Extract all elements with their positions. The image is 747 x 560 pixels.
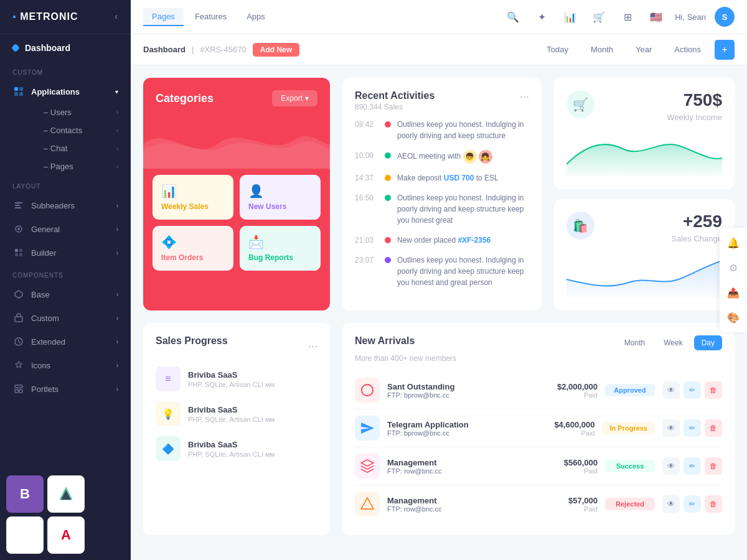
- subheaders-arrow: ›: [116, 202, 118, 209]
- sidebar-item-icons[interactable]: Icons ›: [0, 353, 131, 377]
- sidebar-collapse-btn[interactable]: ‹: [115, 11, 118, 21]
- arrivals-tab-week[interactable]: Week: [656, 335, 690, 350]
- share-icon-btn[interactable]: ✦: [532, 7, 552, 27]
- sidebar-item-chat[interactable]: – Chat ›: [31, 139, 131, 157]
- arrival-ftp-2: FTP: row@bnc.cc: [387, 467, 534, 475]
- nav-link-pages[interactable]: Pages: [143, 8, 184, 26]
- arrival-row-2: Management FTP: row@bnc.cc $560,000 Paid…: [355, 447, 722, 485]
- arrival-action-delete-3[interactable]: 🗑: [705, 495, 722, 513]
- deposit-link[interactable]: USD 700: [444, 174, 474, 182]
- arrival-price-3: $57,000 Paid: [542, 496, 598, 513]
- progress-icon-2: 🔷: [156, 436, 181, 461]
- sidebar-item-pages[interactable]: – Pages ›: [31, 157, 131, 175]
- act-dot-4: [385, 237, 391, 243]
- arrival-action-edit-2[interactable]: ✏: [684, 457, 701, 475]
- activity-item-1: 10:00 AEOL meeting with 👦 👧: [355, 150, 529, 164]
- extended-label: Extended: [31, 337, 65, 347]
- sidebar-item-subheaders[interactable]: Subheaders ›: [0, 194, 131, 217]
- arrival-actions-0: 👁 ✏ 🗑: [662, 381, 722, 399]
- sidebar-item-dashboard[interactable]: Dashboard: [0, 34, 131, 62]
- general-icon: [12, 223, 25, 235]
- order-link[interactable]: #XF-2356: [458, 236, 491, 245]
- svg-rect-17: [19, 390, 22, 393]
- portlets-icon: [12, 383, 25, 395]
- right-icon-bell[interactable]: 🔔: [723, 233, 743, 253]
- progress-info-0: Briviba SaaS PHP, SQLite, Artisan CLI мм: [188, 370, 317, 388]
- add-icon-btn[interactable]: +: [715, 40, 735, 60]
- act-dot-0: [385, 121, 391, 128]
- sidebar-item-custom[interactable]: Custom ›: [0, 306, 131, 330]
- cat-bug-reports[interactable]: 📩 Bug Reports: [240, 226, 321, 271]
- right-icon-settings[interactable]: ⚙: [723, 258, 743, 278]
- arrival-action-delete-1[interactable]: 🗑: [705, 419, 722, 437]
- breadcrumb: Dashboard | #XRS-45670 Add New: [143, 43, 299, 57]
- new-users-label: New Users: [248, 202, 286, 211]
- angular-logo: A: [47, 516, 85, 554]
- main-panel: Pages Features Apps 🔍 ✦ 📊 🛒 ⊞ 🇺🇸 Hi, Sea…: [131, 0, 747, 560]
- chart-icon-btn[interactable]: 📊: [560, 7, 580, 27]
- cat-item-orders[interactable]: 💠 Item Orders: [153, 226, 233, 271]
- sidebar-item-contacts[interactable]: – Contacts ›: [31, 121, 131, 139]
- sidebar-item-applications[interactable]: Applications ▾: [0, 80, 131, 103]
- arrival-badge-2: Success: [605, 460, 655, 472]
- right-panel-icons: 🔔 ⚙ 📤 🎨: [720, 228, 747, 332]
- svg-rect-15: [15, 385, 22, 388]
- sidebar-item-portlets[interactable]: Portlets ›: [0, 377, 131, 401]
- progress-sub-0: PHP, SQLite, Artisan CLI мм: [188, 381, 317, 388]
- arrivals-tab-month[interactable]: Month: [617, 335, 652, 350]
- filter-year-btn[interactable]: Year: [627, 41, 660, 58]
- recent-more-btn[interactable]: ···: [520, 90, 529, 103]
- sidebar-item-builder[interactable]: Builder ›: [0, 241, 131, 264]
- nav-link-features[interactable]: Features: [186, 8, 235, 26]
- filter-month-btn[interactable]: Month: [582, 41, 622, 58]
- arrival-action-edit-1[interactable]: ✏: [684, 419, 701, 437]
- act-time-5: 23:07: [355, 256, 378, 264]
- export-button[interactable]: Export ▾: [272, 90, 317, 106]
- cat-weekly-sales[interactable]: 📊 Weekly Sales: [153, 175, 233, 220]
- sidebar: ▪ METRONIC ‹ Dashboard CUSTOM Applicatio…: [0, 0, 131, 560]
- new-arrivals-card: New Arrivals Month Week Day More than 40…: [342, 323, 735, 535]
- actions-btn[interactable]: Actions: [665, 41, 710, 58]
- sidebar-item-base[interactable]: Base ›: [0, 282, 131, 306]
- progress-name-0: Briviba SaaS: [188, 370, 317, 380]
- act-text-2: Make deposit USD 700 to ESL: [397, 172, 499, 184]
- filter-today-btn[interactable]: Today: [538, 41, 577, 58]
- search-icon-btn[interactable]: 🔍: [503, 7, 523, 27]
- arrival-ftp-0: FTP: bprow@bnc.cc: [387, 391, 534, 399]
- arrival-action-preview-0[interactable]: 👁: [662, 381, 680, 399]
- section-layout-label: LAYOUT: [0, 175, 131, 194]
- arrival-action-delete-0[interactable]: 🗑: [705, 381, 722, 399]
- builder-label: Builder: [31, 248, 56, 258]
- add-new-button[interactable]: Add New: [253, 43, 299, 57]
- sidebar-item-extended[interactable]: Extended ›: [0, 330, 131, 353]
- avatar-1: 👦: [463, 150, 477, 164]
- sidebar-item-general[interactable]: General ›: [0, 217, 131, 241]
- recent-subtitle: 890,344 Sales: [355, 103, 435, 111]
- arrivals-tab-day[interactable]: Day: [694, 335, 722, 350]
- custom-label: Custom: [31, 314, 59, 323]
- right-icon-send[interactable]: 📤: [723, 282, 743, 302]
- custom-icon: [12, 312, 25, 324]
- sidebar-item-users[interactable]: – Users ›: [31, 103, 131, 121]
- svg-rect-6: [15, 207, 21, 208]
- arrival-action-edit-3[interactable]: ✏: [684, 495, 701, 513]
- user-avatar[interactable]: S: [715, 7, 735, 27]
- cart-icon-btn[interactable]: 🛒: [589, 7, 609, 27]
- arrival-action-preview-3[interactable]: 👁: [662, 495, 680, 513]
- sub-header: Dashboard | #XRS-45670 Add New Today Mon…: [131, 34, 747, 65]
- progress-sub-2: PHP, SQLite, Artisan CLI мм: [188, 450, 317, 458]
- right-icon-palette[interactable]: 🎨: [723, 307, 743, 327]
- sales-more-btn[interactable]: ···: [308, 340, 317, 353]
- arrival-action-edit-0[interactable]: ✏: [684, 381, 701, 399]
- nav-link-apps[interactable]: Apps: [238, 8, 274, 26]
- arrival-action-delete-2[interactable]: 🗑: [705, 457, 722, 475]
- grid-icon: [12, 85, 25, 98]
- arrival-action-preview-2[interactable]: 👁: [662, 457, 680, 475]
- grid-icon-btn[interactable]: ⊞: [618, 7, 637, 27]
- arrival-badge-0: Approved: [605, 384, 655, 396]
- arrival-logo-0: [355, 378, 380, 403]
- sales-progress-card: Sales Progress ··· ≡ Briviba SaaS PHP, S…: [143, 323, 330, 535]
- arrival-action-preview-1[interactable]: 👁: [662, 419, 680, 437]
- svg-rect-5: [15, 205, 20, 206]
- cat-new-users[interactable]: 👤 New Users: [240, 175, 321, 220]
